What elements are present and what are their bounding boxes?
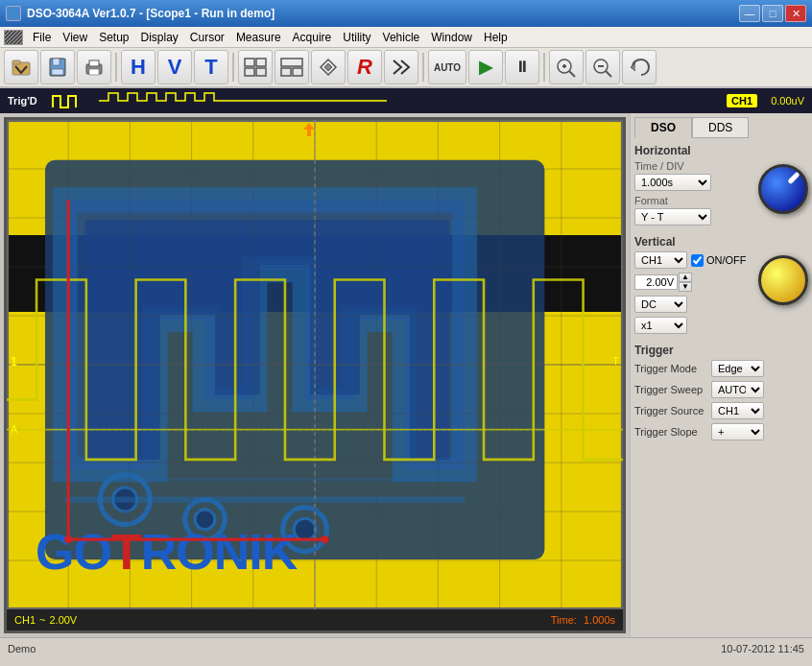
mode2-button[interactable] — [275, 50, 309, 84]
trig-source-row: Trigger Source CH1CH2CH3CH4EXT — [634, 402, 808, 419]
close-button[interactable]: ✕ — [785, 5, 806, 22]
zoom-out-button[interactable] — [585, 50, 620, 84]
menu-item-cursor[interactable]: Cursor — [184, 29, 230, 46]
vertical-header: Vertical — [634, 235, 808, 249]
volt-stepper: ▲ ▼ — [634, 273, 692, 292]
time-status: Time: 1.000s — [551, 614, 615, 626]
status-text: Demo — [8, 643, 36, 654]
horizontal-header: Horizontal — [634, 144, 808, 157]
horizontal-knob-container — [758, 164, 808, 214]
dds-tab[interactable]: DDS — [692, 117, 749, 138]
dso-tab[interactable]: DSO — [634, 117, 692, 138]
vertical-knob-container — [758, 255, 808, 305]
svg-rect-3 — [53, 59, 60, 65]
trig-mode-label: Trigger Mode — [634, 363, 711, 374]
svg-rect-9 — [256, 59, 266, 66]
print-button[interactable] — [77, 50, 111, 84]
probe-select[interactable]: x1x10x100 — [634, 317, 687, 334]
horizontal-knob[interactable] — [758, 164, 808, 214]
menu-item-utility[interactable]: Utility — [337, 29, 376, 46]
run-button[interactable]: ▶ — [468, 50, 503, 84]
trig-slope-label: Trigger Slope — [634, 426, 711, 438]
t-marker-right: T — [612, 355, 619, 367]
save-button[interactable] — [40, 50, 75, 84]
menu-item-file[interactable]: File — [27, 29, 57, 46]
v-button[interactable]: V — [157, 50, 192, 84]
format-select[interactable]: Y - TX - YRoll — [634, 208, 711, 226]
menu-item-help[interactable]: Help — [478, 29, 513, 46]
datetime: 10-07-2012 11:45 — [721, 643, 804, 654]
waveform-svg — [7, 120, 623, 609]
menu-item-display[interactable]: Display — [135, 29, 184, 46]
ch1-tilde: ~ — [39, 614, 45, 626]
auto-button[interactable]: AUTO — [428, 50, 466, 84]
minimize-button[interactable]: — — [739, 5, 760, 22]
svg-rect-7 — [89, 69, 99, 75]
menu-item-vehicle[interactable]: Vehicle — [377, 29, 426, 46]
ch-select[interactable]: CH1CH2CH3CH4 — [634, 251, 687, 269]
separator — [115, 53, 117, 82]
window-title: DSO-3064A Ver1.0.7 - [Scope1 - Run in de… — [27, 7, 733, 20]
mode3-button[interactable] — [311, 50, 346, 84]
menu-item-measure[interactable]: Measure — [230, 29, 287, 46]
trig-t-marker — [302, 122, 316, 140]
trig-source-select[interactable]: CH1CH2CH3CH4EXT — [711, 402, 764, 419]
trig-mode-select[interactable]: EdgePulseVideoSlope — [711, 360, 764, 377]
svg-rect-1 — [12, 60, 20, 64]
vertical-knob[interactable] — [758, 255, 808, 305]
h-button[interactable]: H — [121, 50, 155, 84]
time-label: Time: — [551, 614, 577, 626]
svg-rect-14 — [293, 68, 302, 76]
menu-item-setup[interactable]: Setup — [93, 29, 134, 46]
separator2 — [232, 53, 234, 82]
t-button[interactable]: T — [194, 50, 228, 84]
trig-slope-select[interactable]: +- — [711, 423, 764, 440]
volt-input[interactable] — [634, 274, 678, 290]
mode1-button[interactable] — [238, 50, 273, 84]
coupling-select[interactable]: DCACGND — [634, 296, 687, 313]
menu-bar: FileViewSetupDisplayCursorMeasureAcquire… — [0, 27, 812, 48]
trig-sweep-select[interactable]: AUTONormalSingle — [711, 381, 764, 398]
ch1-badge: CH1 — [727, 94, 757, 107]
panel-tabs: DSO DDS — [634, 117, 808, 138]
svg-marker-57 — [303, 123, 315, 130]
r-button[interactable]: R — [347, 50, 382, 84]
ch1-status-label: CH1 — [14, 614, 36, 626]
time-div-select[interactable]: 1.000s500ms200ms100ms50ms — [634, 174, 711, 191]
onoff-label: ON/OFF — [706, 254, 747, 266]
menu-item-acquire[interactable]: Acquire — [287, 29, 338, 46]
trig-sweep-row: Trigger Sweep AUTONormalSingle — [634, 381, 808, 398]
separator4 — [543, 53, 545, 82]
menu-item-view[interactable]: View — [57, 29, 93, 46]
pause-button[interactable]: ⏸ — [505, 50, 539, 84]
toolbar: H V T R AUTO ▶ ⏸ — [0, 48, 812, 88]
main-area: 1 A T GOTRONIK CH1 ~ 2.00V Time: — [0, 113, 812, 637]
maximize-button[interactable]: □ — [762, 5, 783, 22]
svg-line-21 — [606, 71, 611, 77]
svg-rect-4 — [52, 69, 63, 75]
separator3 — [422, 53, 424, 82]
cursor-a-label: A — [11, 423, 17, 435]
undo-button[interactable] — [622, 50, 657, 84]
ch1-status: CH1 ~ 2.00V — [14, 614, 77, 626]
ch1-voltage: 2.00V — [49, 614, 77, 626]
svg-rect-8 — [245, 59, 254, 66]
ch1-value: 0.00uV — [771, 95, 804, 107]
wave-preview-svg — [99, 91, 387, 110]
trig-label: Trig'D — [8, 95, 37, 107]
menu-icon — [4, 30, 23, 45]
zoom-in-button[interactable] — [549, 50, 584, 84]
menu-item-window[interactable]: Window — [425, 29, 478, 46]
onoff-checkbox[interactable] — [691, 254, 704, 267]
volt-down-btn[interactable]: ▼ — [679, 282, 692, 292]
open-button[interactable] — [4, 50, 38, 84]
trig-signal-icon — [49, 90, 84, 111]
bottom-bar: Demo 10-07-2012 11:45 — [0, 637, 812, 658]
svg-rect-12 — [281, 59, 302, 66]
wave-preview — [99, 91, 711, 110]
svg-rect-10 — [245, 68, 254, 76]
recall-button[interactable] — [384, 50, 418, 84]
trig-source-label: Trigger Source — [634, 405, 711, 416]
trig-mode-row: Trigger Mode EdgePulseVideoSlope — [634, 360, 808, 377]
volt-up-btn[interactable]: ▲ — [679, 273, 692, 282]
